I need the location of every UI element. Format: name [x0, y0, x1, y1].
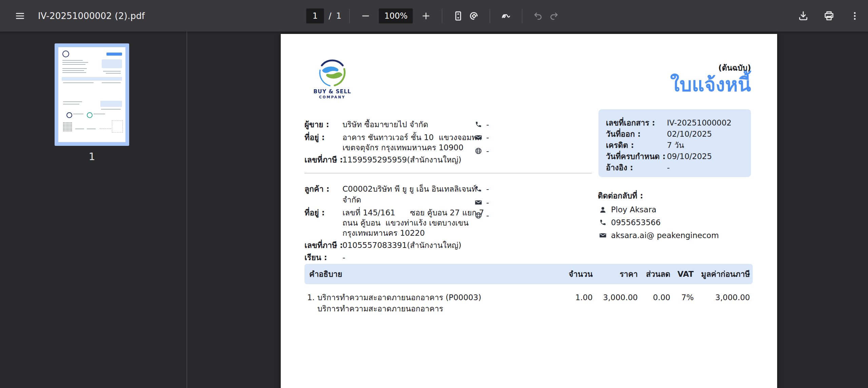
invoice-title: ใบแจ้งหนี้: [670, 73, 751, 96]
phone-icon: [475, 185, 482, 193]
fit-page-icon: [453, 10, 464, 22]
col-quantity: จำนวน: [569, 269, 593, 279]
credit-label: เครดิต :: [606, 140, 634, 150]
seller-name: บริษัท ซื้อมาขายไป จำกัด: [342, 119, 428, 130]
customer-name-line2: จำกัด: [342, 195, 361, 205]
hamburger-icon: [15, 11, 25, 21]
row-sub-description: บริการทำความสะอาดภายนอกอาคาร: [317, 304, 443, 314]
row-discount: 0.00: [653, 292, 670, 303]
toolbar-divider: [522, 9, 522, 23]
seller-label: ผู้ขาย :: [304, 119, 329, 130]
globe-icon: [475, 147, 482, 155]
row-description: บริการทำความสะอาดภายนอกอาคาร (P00003): [317, 292, 481, 303]
customer-tax-value: 0105557083391(สำนักงานใหญ่): [342, 240, 461, 250]
print-icon: [823, 10, 835, 22]
mail-icon: [475, 134, 482, 141]
customer-website-value: -: [486, 210, 489, 220]
mail-icon: [599, 232, 607, 239]
col-discount: ส่วนลด: [646, 269, 670, 279]
page-number-input[interactable]: 1: [306, 8, 324, 23]
row-number: 1.: [307, 292, 315, 303]
toolbar-divider: [350, 9, 350, 23]
row-quantity: 1.00: [575, 292, 593, 303]
contact-heading: ติดต่อกลับที่ :: [598, 191, 643, 201]
customer-address-line3: กรุงเทพมหานคร 10220: [342, 228, 425, 238]
globe-icon: [475, 212, 482, 219]
pdf-page: BUY & SELL COMPANY (ต้นฉบับ) ใบแจ้งหนี้ …: [281, 34, 777, 388]
logo-text-line2: COMPANY: [309, 95, 355, 99]
more-options-button[interactable]: [847, 8, 863, 24]
thumbnail-sidebar: 1: [0, 32, 187, 388]
toolbar-divider: [442, 9, 442, 23]
toolbar-divider: [490, 9, 490, 23]
customer-tax-label: เลขที่ภาษี :: [304, 240, 343, 250]
undo-icon: [533, 11, 544, 21]
document-viewer: BUY & SELL COMPANY (ต้นฉบับ) ใบแจ้งหนี้ …: [187, 32, 868, 388]
items-table-header: คำอธิบาย จำนวน ราคา ส่วนลด VAT มูลค่าก่อ…: [304, 264, 753, 284]
seller-phone-value: -: [486, 119, 489, 130]
customer-phone-value: -: [486, 184, 489, 194]
row-vat: 7%: [682, 292, 694, 303]
customer-name-line1: C00002บริษัท พี ยู ยู เอ็น อินเทลลิเจนท์: [342, 184, 477, 194]
customer-address-line1: เลขที่ 145/161 ซอย คู้บอน 27 แยก 7: [342, 208, 484, 218]
minus-icon: [361, 11, 371, 21]
zoom-level-input[interactable]: 100%: [379, 8, 413, 23]
doc-no-label: เลขที่เอกสาร :: [606, 118, 655, 128]
issue-date-value: 02/10/2025: [667, 129, 712, 139]
seller-tax-label: เลขที่ภาษี :: [304, 155, 343, 165]
toolbar: IV-20251000002 (2).pdf 1 / 1 100%: [0, 0, 868, 32]
seller-address-line1: อาคาร ชันทาวเวอร์ ชั้น 10 แขวงจอมพล: [342, 132, 481, 142]
customer-email-value: -: [486, 197, 489, 208]
col-description: คำอธิบาย: [309, 269, 342, 279]
redo-icon: [549, 11, 559, 21]
print-button[interactable]: [821, 8, 837, 24]
contact-email: aksara.ai@ peakenginecom: [611, 230, 719, 240]
seller-address-line2: เขตจตุจักร กรุงเทพมหานคร 10900: [342, 142, 463, 153]
thumbnail-page-number: 1: [55, 151, 129, 162]
seller-email-value: -: [486, 132, 489, 142]
rotate-icon: [468, 10, 480, 22]
section-divider: [304, 173, 592, 173]
issue-date-label: วันที่ออก :: [606, 129, 641, 139]
due-date-value: 09/10/2025: [667, 151, 712, 161]
ref-label: อ้างอิง :: [606, 162, 633, 173]
ink-pen-icon: [500, 10, 512, 22]
customer-address-line2: ถนน คู้บอน แขวงท่าแร้ง เขตบางเขน: [342, 218, 469, 228]
contact-phone: 0955653566: [611, 217, 660, 228]
col-vat: VAT: [677, 269, 694, 279]
row-price: 3,000.00: [603, 292, 638, 303]
pdf-viewer-app: IV-20251000002 (2).pdf 1 / 1 100%: [0, 0, 868, 388]
download-button[interactable]: [795, 8, 811, 24]
customer-address-label: ที่อยู่ :: [304, 208, 325, 218]
menu-button[interactable]: [12, 8, 28, 24]
annotate-button[interactable]: [498, 8, 514, 24]
person-icon: [599, 206, 607, 214]
phone-icon: [475, 121, 482, 128]
redo-button[interactable]: [546, 8, 562, 24]
col-pretax: มูลค่าก่อนภาษี: [701, 269, 750, 279]
zoom-in-button[interactable]: [418, 8, 434, 24]
contact-name: Ploy Aksara: [611, 205, 656, 215]
fit-page-button[interactable]: [451, 8, 466, 24]
ref-value: -: [667, 162, 670, 173]
zoom-out-button[interactable]: [358, 8, 374, 24]
table-row: 1. บริการทำความสะอาดภายนอกอาคาร (P00003)…: [304, 288, 753, 319]
document-title: IV-20251000002 (2).pdf: [38, 11, 145, 21]
doc-no-value: IV-20251000002: [667, 118, 731, 128]
customer-attn-value: -: [342, 252, 345, 263]
due-date-label: วันที่ครบกำหนด :: [606, 151, 666, 161]
page-count: 1: [336, 11, 341, 21]
rotate-button[interactable]: [466, 8, 482, 24]
seller-tax-value: 1159595295959(สำนักงานใหญ่): [342, 155, 461, 165]
mail-icon: [475, 199, 482, 206]
undo-button[interactable]: [531, 8, 546, 24]
customer-attn-label: เรียน :: [304, 252, 327, 263]
plus-icon: [421, 11, 431, 21]
col-price: ราคา: [619, 269, 638, 279]
logo-hands-icon: [317, 58, 347, 88]
credit-value: 7 วัน: [667, 140, 684, 150]
page-thumbnail[interactable]: [55, 43, 129, 146]
logo-text-line1: BUY & SELL: [309, 89, 355, 95]
copy-type-label: (ต้นฉบับ): [670, 63, 751, 73]
row-pretax: 3,000.00: [715, 292, 750, 303]
